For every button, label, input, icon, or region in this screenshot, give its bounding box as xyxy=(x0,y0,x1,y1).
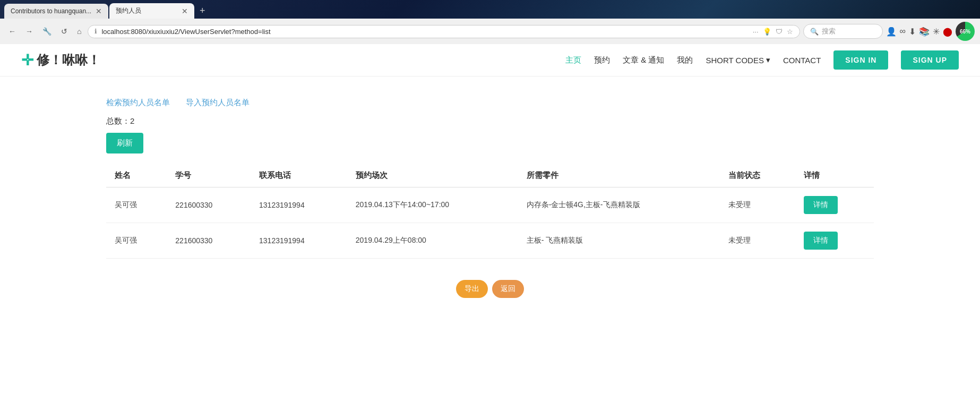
tab-booking[interactable]: 预约人员 ✕ xyxy=(109,3,194,19)
col-header-status: 当前状态 xyxy=(720,164,795,187)
ext-icon-5[interactable]: ✳ xyxy=(933,27,940,37)
cell-session: 2019.04.29上午08:00 xyxy=(347,223,518,259)
browser-ext-icons: 👤 ∞ ⬇ 📚 ✳ ⬤ 66% xyxy=(886,22,975,41)
col-header-student-id: 学号 xyxy=(167,164,251,187)
lock-icon: ℹ xyxy=(94,28,97,35)
chevron-down-icon: ▾ xyxy=(766,55,770,65)
back-button[interactable]: ← xyxy=(5,25,19,38)
table-row: 吴可强 221600330 13123191994 2019.04.13下午14… xyxy=(106,187,874,223)
nav-home[interactable]: 主页 xyxy=(565,55,581,65)
exit-button[interactable]: 导出 xyxy=(456,280,488,298)
col-header-detail: 详情 xyxy=(795,164,874,187)
site-logo: ✛ 修！咻咻！ xyxy=(21,52,100,69)
nav-contact[interactable]: CONTACT xyxy=(783,56,821,65)
search-icon: 🔍 xyxy=(810,28,819,36)
tab-close-contributors[interactable]: ✕ xyxy=(96,7,102,15)
cell-student-id: 221600330 xyxy=(167,223,251,259)
cell-session: 2019.04.13下午14:00~17:00 xyxy=(347,187,518,223)
cell-phone: 13123191994 xyxy=(251,223,347,259)
forward-button[interactable]: → xyxy=(22,25,36,38)
cell-parts: 内存条-金士顿4G,主板-飞燕精装版 xyxy=(518,187,720,223)
ext-icon-2[interactable]: ∞ xyxy=(900,27,906,36)
tab-contributors[interactable]: Contributors to huangquan... ✕ xyxy=(4,4,108,19)
cell-parts: 主板- 飞燕精装版 xyxy=(518,223,720,259)
browser-chrome: Contributors to huangquan... ✕ 预约人员 ✕ + … xyxy=(0,0,980,44)
cell-status: 未受理 xyxy=(720,187,795,223)
table-row: 吴可强 221600330 13123191994 2019.04.29上午08… xyxy=(106,223,874,259)
tab-label: Contributors to huangquan... xyxy=(11,7,91,15)
tools-button[interactable]: 🔧 xyxy=(39,25,55,38)
ext-icon-6[interactable]: ⬤ xyxy=(943,27,952,37)
detail-button-1[interactable]: 详情 xyxy=(804,232,838,250)
refresh-button[interactable]: 刷新 xyxy=(106,133,143,153)
page-content: ✛ 修！咻咻！ 主页 预约 文章 & 通知 我的 SHORT CODES ▾ C… xyxy=(0,44,980,373)
cell-detail: 详情 xyxy=(795,187,874,223)
ext-icon-1[interactable]: 👤 xyxy=(886,27,897,37)
footer-buttons: 导出 返回 xyxy=(106,280,874,314)
site-nav-links: 主页 预约 文章 & 通知 我的 SHORT CODES ▾ CONTACT S… xyxy=(565,50,959,70)
progress-indicator: 66% xyxy=(956,22,975,41)
cell-status: 未受理 xyxy=(720,223,795,259)
nav-articles[interactable]: 文章 & 通知 xyxy=(623,55,664,65)
nav-booking[interactable]: 预约 xyxy=(594,55,610,65)
signin-button[interactable]: SIGN IN xyxy=(833,50,888,70)
table-body: 吴可强 221600330 13123191994 2019.04.13下午14… xyxy=(106,187,874,259)
action-links: 检索预约人员名单 导入预约人员名单 xyxy=(106,98,874,108)
more-icon: ··· xyxy=(753,28,759,36)
star-icon: ☆ xyxy=(787,28,793,36)
search-bar[interactable]: 🔍 搜索 xyxy=(803,24,883,39)
return-button[interactable]: 返回 xyxy=(492,280,524,298)
nav-short-codes[interactable]: SHORT CODES ▾ xyxy=(706,55,770,65)
total-count: 总数：2 xyxy=(106,116,874,126)
tab-bar: Contributors to huangquan... ✕ 预约人员 ✕ + xyxy=(0,0,980,19)
bulb-icon: 💡 xyxy=(763,28,771,36)
ext-icon-3[interactable]: ⬇ xyxy=(909,27,916,37)
tab-label-active: 预约人员 xyxy=(116,6,141,15)
cell-phone: 13123191994 xyxy=(251,187,347,223)
cell-student-id: 221600330 xyxy=(167,187,251,223)
site-navbar: ✛ 修！咻咻！ 主页 预约 文章 & 通知 我的 SHORT CODES ▾ C… xyxy=(0,44,980,76)
data-table: 姓名 学号 联系电话 预约场次 所需零件 当前状态 详情 吴可强 2216003… xyxy=(106,164,874,259)
address-bar[interactable]: ℹ localhost:8080/xiuxiuxiu2/ViewUserServ… xyxy=(88,25,800,38)
short-codes-label: SHORT CODES xyxy=(706,56,763,65)
nav-bar: ← → 🔧 ↺ ⌂ ℹ localhost:8080/xiuxiuxiu2/Vi… xyxy=(0,19,980,44)
col-header-name: 姓名 xyxy=(106,164,167,187)
import-list-link[interactable]: 导入预约人员名单 xyxy=(186,98,250,108)
new-tab-button[interactable]: + xyxy=(195,3,210,19)
table-header: 姓名 学号 联系电话 预约场次 所需零件 当前状态 详情 xyxy=(106,164,874,187)
home-button[interactable]: ⌂ xyxy=(74,25,84,38)
logo-text: 修！咻咻！ xyxy=(37,52,100,69)
cell-name: 吴可强 xyxy=(106,187,167,223)
cell-name: 吴可强 xyxy=(106,223,167,259)
tab-close-booking[interactable]: ✕ xyxy=(182,7,188,15)
detail-button-0[interactable]: 详情 xyxy=(804,196,838,214)
refresh-button[interactable]: ↺ xyxy=(58,25,71,38)
col-header-session: 预约场次 xyxy=(347,164,518,187)
address-text: localhost:8080/xiuxiuxiu2/ViewUserServle… xyxy=(101,28,748,36)
nav-mine[interactable]: 我的 xyxy=(677,55,693,65)
logo-icon: ✛ xyxy=(21,52,33,69)
cell-detail: 详情 xyxy=(795,223,874,259)
col-header-phone: 联系电话 xyxy=(251,164,347,187)
search-list-link[interactable]: 检索预约人员名单 xyxy=(106,98,170,108)
main-content: 检索预约人员名单 导入预约人员名单 总数：2 刷新 姓名 学号 联系电话 预约场… xyxy=(0,76,980,335)
col-header-parts: 所需零件 xyxy=(518,164,720,187)
search-placeholder: 搜索 xyxy=(822,27,836,36)
ext-icon-4[interactable]: 📚 xyxy=(919,27,930,37)
shield-icon: 🛡 xyxy=(776,28,783,36)
signup-button[interactable]: SIGN UP xyxy=(901,50,959,70)
